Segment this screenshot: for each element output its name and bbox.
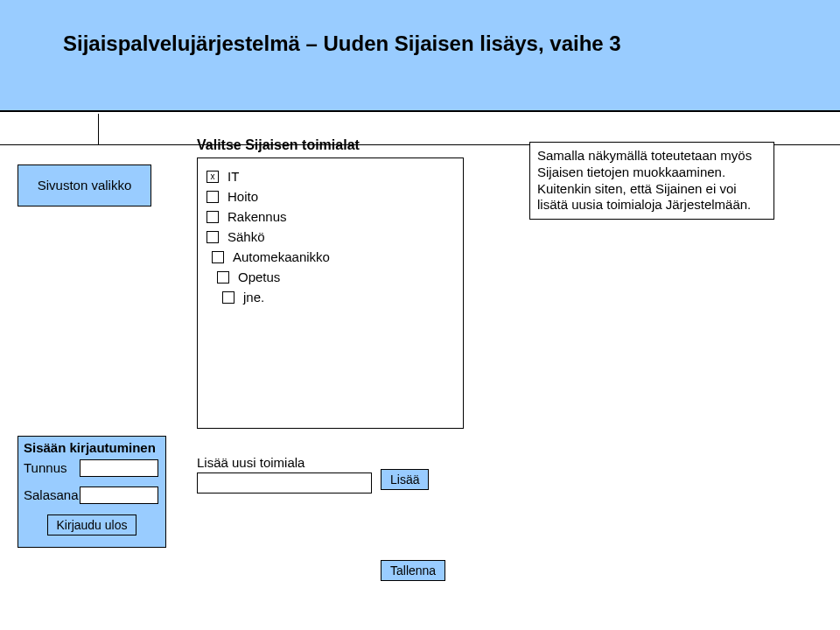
- annotation-note: Samalla näkymällä toteutetaan myös Sijai…: [529, 142, 774, 220]
- username-input[interactable]: [80, 459, 158, 477]
- login-title: Sisään kirjautuminen: [18, 437, 165, 458]
- checkbox[interactable]: [217, 271, 229, 284]
- checklist-title: Valitse Sijaisen toimialat: [197, 137, 360, 153]
- checklist-items: xITHoitoRakennusSähköAutomekaanikkoOpetu…: [198, 158, 463, 304]
- checkbox[interactable]: [206, 231, 219, 243]
- checkbox[interactable]: [206, 211, 219, 223]
- add-button[interactable]: Lisää: [381, 469, 429, 490]
- checklist-item-label: Automekaanikko: [233, 249, 330, 264]
- checklist-row: Automekaanikko: [206, 249, 463, 264]
- checklist-box: xITHoitoRakennusSähköAutomekaanikkoOpetu…: [197, 158, 464, 429]
- header-bar: Sijaispalvelujärjestelmä – Uuden Sijaise…: [0, 0, 840, 112]
- checklist-row: Opetus: [206, 270, 463, 284]
- save-button[interactable]: Tallenna: [381, 560, 445, 581]
- checklist-item-label: Hoito: [228, 189, 258, 204]
- add-input[interactable]: [197, 472, 372, 494]
- checkbox[interactable]: [222, 291, 234, 304]
- checkbox[interactable]: [212, 251, 224, 263]
- checklist-row: xIT: [206, 169, 463, 184]
- site-menu-panel: Sivuston valikko: [18, 164, 151, 206]
- checklist-item-label: Opetus: [238, 270, 280, 284]
- checklist-item-label: Rakennus: [228, 209, 287, 224]
- site-menu-label: Sivuston valikko: [18, 165, 150, 196]
- checklist-item-label: IT: [228, 169, 239, 184]
- login-panel: Sisään kirjautuminen Tunnus Salasana Kir…: [18, 436, 166, 548]
- checkbox[interactable]: x: [206, 171, 219, 183]
- password-input[interactable]: [80, 486, 158, 504]
- add-label: Lisää uusi toimiala: [197, 455, 304, 470]
- checklist-row: Sähkö: [206, 229, 463, 244]
- logout-button[interactable]: Kirjaudu ulos: [47, 514, 137, 536]
- checklist-row: Hoito: [206, 189, 463, 204]
- page-title: Sijaispalvelujärjestelmä – Uuden Sijaise…: [63, 32, 621, 56]
- divider-vertical: [98, 114, 99, 144]
- checklist-row: Rakennus: [206, 209, 463, 224]
- checkbox[interactable]: [206, 191, 219, 203]
- checklist-item-label: jne.: [243, 290, 264, 304]
- checklist-item-label: Sähkö: [228, 229, 265, 244]
- checklist-row: jne.: [206, 290, 463, 304]
